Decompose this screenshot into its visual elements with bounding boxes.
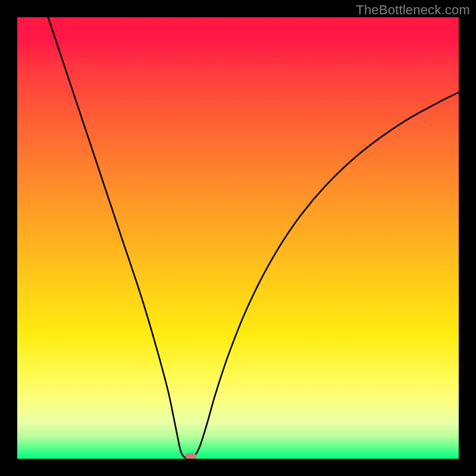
optimal-marker (186, 453, 196, 459)
attribution-label: TheBottleneck.com (356, 2, 470, 18)
chart-root: TheBottleneck.com (0, 0, 476, 476)
bottleneck-curve (17, 17, 459, 459)
plot-area (17, 17, 459, 459)
